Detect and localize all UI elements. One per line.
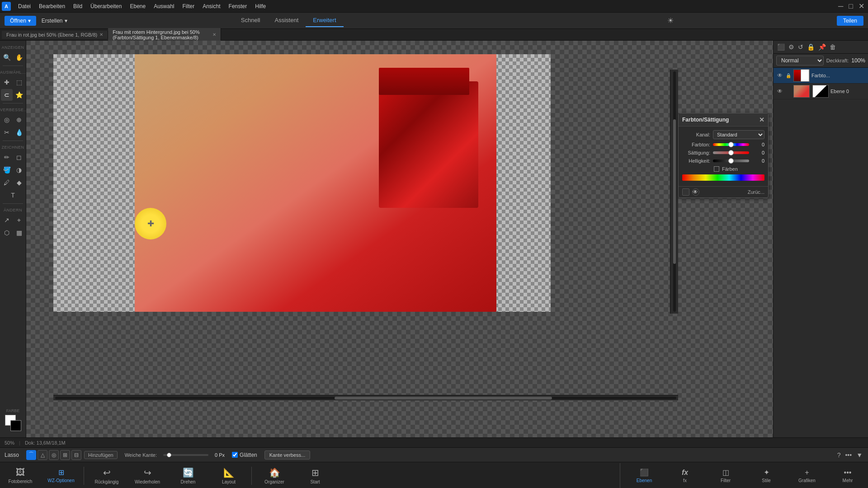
- sattigung-slider[interactable]: [713, 151, 749, 154]
- kanal-select[interactable]: Standard: [713, 130, 764, 139]
- heal-tool[interactable]: ◎: [1, 114, 13, 126]
- back-button[interactable]: Zurüc...: [748, 189, 764, 195]
- dodge-tool[interactable]: ◑: [13, 164, 25, 176]
- h-scroll-thumb[interactable]: [335, 397, 552, 399]
- shapes-tool[interactable]: ⬡: [1, 227, 13, 239]
- grafiken-panel-tool[interactable]: + Grafiken: [787, 463, 827, 488]
- v-scroll-thumb[interactable]: [673, 119, 676, 263]
- select-rect-tool[interactable]: ⬚: [13, 76, 25, 88]
- text-tool[interactable]: T: [7, 189, 19, 201]
- close-btn[interactable]: ✕: [857, 0, 866, 12]
- helligkeit-thumb[interactable]: [728, 158, 734, 164]
- layer-lock-1[interactable]: 🔒: [785, 72, 792, 79]
- more-options-icon[interactable]: •••: [844, 450, 853, 460]
- background-color[interactable]: [10, 420, 21, 431]
- hand-tool[interactable]: ✋: [13, 52, 25, 63]
- fx-panel-tool[interactable]: fx fx: [665, 463, 705, 488]
- layer-visibility-1[interactable]: 👁: [776, 72, 783, 79]
- edge-improve-btn[interactable]: Kante verbess...: [264, 450, 311, 460]
- liquify-tool[interactable]: 💧: [13, 127, 25, 138]
- menu-hilfe[interactable]: Hilfe: [251, 2, 269, 11]
- lasso-polygon-btn[interactable]: △: [38, 450, 47, 460]
- adjust-icon[interactable]: ⚙: [788, 42, 795, 52]
- doc-tab-2[interactable]: Frau mit rotem Hintergrund.jpg bei 50% (…: [108, 28, 221, 42]
- dialog-close-icon[interactable]: ✕: [759, 116, 764, 123]
- patch-tool[interactable]: ✂: [1, 127, 13, 138]
- lasso-freehand-btn[interactable]: ⌒: [26, 450, 36, 460]
- minimize-btn[interactable]: ─: [836, 0, 845, 12]
- tab-assistent[interactable]: Assistent: [268, 14, 306, 27]
- fill-tool[interactable]: 🪣: [1, 164, 13, 176]
- farbton-thumb[interactable]: [728, 142, 734, 147]
- blend-mode-select[interactable]: Normal: [776, 56, 824, 66]
- crop-tool[interactable]: ⌖: [13, 214, 25, 226]
- dialog-header[interactable]: Farbton/Sättigung ✕: [679, 113, 768, 127]
- brush-tool[interactable]: ✏: [1, 151, 13, 163]
- node-tool[interactable]: ◆: [13, 177, 25, 188]
- wiederholen-tool[interactable]: ↪ Wiederholen: [127, 463, 168, 488]
- theme-toggle-icon[interactable]: ☀: [665, 14, 675, 27]
- help-icon[interactable]: ?: [836, 450, 842, 460]
- menu-filter[interactable]: Filter: [179, 2, 198, 11]
- sattigung-thumb[interactable]: [728, 150, 734, 155]
- lasso-subtract-btn[interactable]: ⊟: [71, 450, 81, 460]
- menu-auswahl[interactable]: Auswahl: [150, 2, 178, 11]
- ebenen-panel-tool[interactable]: ⬛ Ebenen: [624, 463, 665, 488]
- filter-panel-tool[interactable]: ◫ Filter: [705, 463, 746, 488]
- move-tool[interactable]: ✚: [1, 76, 13, 88]
- magic-select-tool[interactable]: ⭐: [13, 89, 25, 101]
- doc-tab-1-close[interactable]: ✕: [99, 32, 103, 37]
- layer-row-ebene0[interactable]: 👁 Ebene 0: [774, 84, 868, 99]
- menu-fenster[interactable]: Fenster: [225, 2, 251, 11]
- color-squares[interactable]: [5, 415, 21, 431]
- menu-bild[interactable]: Bild: [70, 2, 86, 11]
- feather-slider[interactable]: [163, 454, 208, 456]
- add-selection-btn[interactable]: Hinzufügen: [84, 451, 118, 459]
- feather-thumb[interactable]: [167, 453, 171, 457]
- share-button[interactable]: Teilen: [837, 16, 863, 26]
- layer-visibility-2[interactable]: 👁: [776, 88, 783, 95]
- lasso-add-btn[interactable]: ⊞: [60, 450, 70, 460]
- eye-icon[interactable]: 👁: [692, 188, 699, 196]
- tab-erweitert[interactable]: Erweitert: [306, 14, 343, 27]
- tab-schnell[interactable]: Schnell: [234, 14, 268, 27]
- erase-tool[interactable]: ◻: [13, 151, 25, 163]
- organizer-tool[interactable]: 🏠 Organizer: [254, 463, 295, 488]
- fotobereich-tool[interactable]: 🖼 Fotobereich: [0, 463, 41, 488]
- transform-tool[interactable]: ↗: [1, 214, 13, 226]
- ruckgangig-tool[interactable]: ↩ Rückgängig: [86, 463, 127, 488]
- menu-ansicht[interactable]: Ansicht: [199, 2, 224, 11]
- doc-tab-2-close[interactable]: ✕: [212, 32, 216, 37]
- preview-icon[interactable]: [682, 188, 689, 196]
- lasso-tool[interactable]: ⊂: [1, 89, 13, 101]
- grid-tool[interactable]: ▦: [13, 227, 25, 239]
- menu-ebene[interactable]: Ebene: [126, 2, 149, 11]
- menu-bearbeiten[interactable]: Bearbeiten: [35, 2, 69, 11]
- canvas-area[interactable]: ✚ Farbton/Sättigung ✕ Kanal: Standard Fa…: [26, 41, 773, 437]
- farben-checkbox[interactable]: [714, 166, 719, 172]
- collapse-icon[interactable]: ▼: [855, 450, 863, 460]
- layer-row-farbton[interactable]: 👁 🔒 Farbto...: [774, 68, 868, 84]
- clone-tool[interactable]: ⊕: [13, 114, 25, 126]
- smooth-checkbox[interactable]: [232, 452, 238, 458]
- trash-icon[interactable]: 🗑: [829, 42, 837, 52]
- helligkeit-slider[interactable]: [713, 160, 749, 162]
- pen-tool[interactable]: 🖊: [1, 177, 13, 188]
- menu-datei[interactable]: Datei: [14, 2, 34, 11]
- mehr-panel-tool[interactable]: ••• Mehr: [827, 463, 868, 488]
- zoom-tool[interactable]: 🔍: [1, 52, 13, 63]
- history-icon[interactable]: ↺: [797, 42, 804, 52]
- lasso-magnetic-btn[interactable]: ◎: [49, 450, 59, 460]
- stile-panel-tool[interactable]: ✦ Stile: [746, 463, 787, 488]
- open-button[interactable]: Öffnen ▾: [5, 16, 36, 26]
- drehen-tool[interactable]: 🔄 Drehen: [168, 463, 208, 488]
- layer-lock-2[interactable]: [785, 88, 792, 94]
- layers-panel-icon[interactable]: ⬛: [776, 42, 786, 52]
- layout-tool[interactable]: 📐 Layout: [208, 463, 249, 488]
- wz-optionen-tool[interactable]: ⊞ WZ-Optionen: [41, 463, 81, 488]
- maximize-btn[interactable]: □: [847, 0, 855, 12]
- create-button[interactable]: Erstellen ▾: [36, 16, 73, 26]
- menu-ueberarbeiten[interactable]: Überarbeiten: [87, 2, 125, 11]
- doc-tab-1[interactable]: Frau in rot.jpg bei 50% (Ebene 1, RGB/8)…: [2, 31, 108, 39]
- start-tool[interactable]: ⊞ Start: [295, 463, 335, 488]
